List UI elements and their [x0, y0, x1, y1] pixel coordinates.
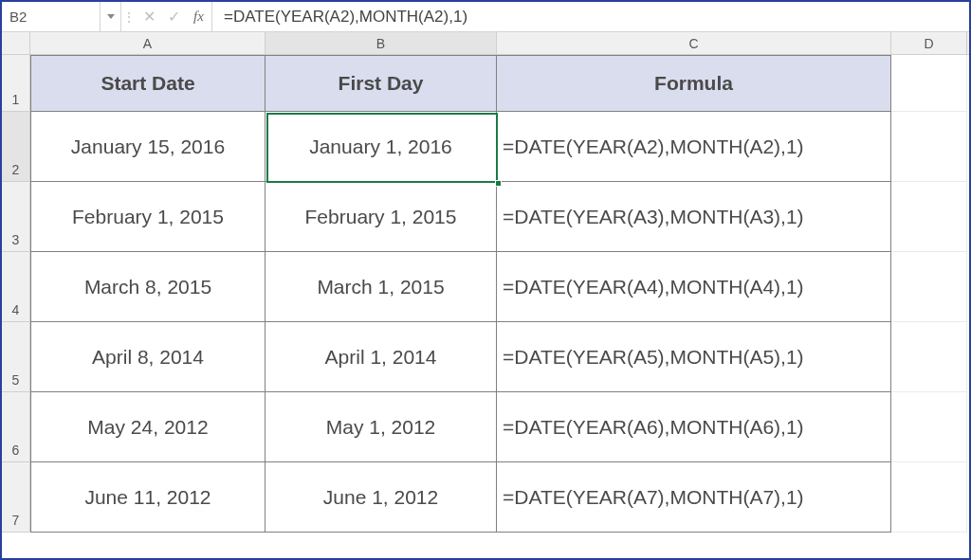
formula-input[interactable]: =DATE(YEAR(A2),MONTH(A2),1)	[212, 8, 969, 27]
row-header-3[interactable]: 3	[2, 182, 30, 252]
header-formula[interactable]: Formula	[497, 55, 891, 112]
formula-bar: B2 ⋮ ✕ ✓ fx =DATE(YEAR(A2),MONTH(A2),1)	[2, 2, 969, 32]
row-header-5[interactable]: 5	[2, 322, 30, 392]
column-header-C[interactable]: C	[497, 32, 891, 54]
cell-C3[interactable]: =DATE(YEAR(A3),MONTH(A3),1)	[497, 182, 891, 252]
column-header-D[interactable]: D	[891, 32, 967, 54]
cell-C7[interactable]: =DATE(YEAR(A7),MONTH(A7),1)	[497, 462, 891, 533]
cell-D3[interactable]	[891, 182, 967, 252]
cell-B3[interactable]: February 1, 2015	[266, 182, 497, 252]
formula-bar-separator: ⋮	[121, 2, 137, 31]
cell-C4[interactable]: =DATE(YEAR(A4),MONTH(A4),1)	[497, 252, 891, 322]
row-header-2[interactable]: 2	[2, 112, 30, 182]
select-all-corner[interactable]	[2, 32, 30, 54]
cell-B5[interactable]: April 1, 2014	[266, 322, 497, 392]
fx-icon[interactable]: fx	[186, 2, 212, 31]
cell-D2[interactable]	[891, 112, 967, 182]
header-first-day[interactable]: First Day	[266, 55, 497, 112]
cell-D5[interactable]	[891, 322, 967, 392]
svg-marker-0	[107, 14, 115, 19]
cell-B7[interactable]: June 1, 2012	[266, 462, 497, 533]
cell-A7[interactable]: June 11, 2012	[30, 462, 266, 533]
cell-D1[interactable]	[891, 55, 967, 112]
row-header-1[interactable]: 1	[2, 55, 30, 112]
cell-D6[interactable]	[891, 392, 967, 462]
enter-icon[interactable]: ✓	[161, 2, 186, 31]
cancel-icon[interactable]: ✕	[137, 2, 161, 31]
name-box[interactable]: B2	[2, 2, 101, 31]
cell-B2[interactable]: January 1, 2016	[266, 112, 497, 182]
column-header-A[interactable]: A	[30, 32, 266, 54]
cell-D4[interactable]	[891, 252, 967, 322]
excel-window: B2 ⋮ ✕ ✓ fx =DATE(YEAR(A2),MONTH(A2),1) …	[0, 0, 971, 560]
column-header-B[interactable]: B	[266, 32, 497, 54]
name-box-dropdown[interactable]	[101, 2, 121, 31]
cell-A5[interactable]: April 8, 2014	[30, 322, 266, 392]
cell-D7[interactable]	[891, 462, 967, 533]
cell-B4[interactable]: March 1, 2015	[266, 252, 497, 322]
cell-C2[interactable]: =DATE(YEAR(A2),MONTH(A2),1)	[497, 112, 891, 182]
cell-A2[interactable]: January 15, 2016	[30, 112, 266, 182]
cell-B6[interactable]: May 1, 2012	[266, 392, 497, 462]
column-headers: A B C D	[2, 32, 969, 55]
cell-A3[interactable]: February 1, 2015	[30, 182, 266, 252]
header-start-date[interactable]: Start Date	[30, 55, 266, 112]
cell-A4[interactable]: March 8, 2015	[30, 252, 266, 322]
row-header-7[interactable]: 7	[2, 462, 30, 533]
cell-A6[interactable]: May 24, 2012	[30, 392, 266, 462]
row-header-6[interactable]: 6	[2, 392, 30, 462]
row-header-4[interactable]: 4	[2, 252, 30, 322]
cell-C5[interactable]: =DATE(YEAR(A5),MONTH(A5),1)	[497, 322, 891, 392]
cell-C6[interactable]: =DATE(YEAR(A6),MONTH(A6),1)	[497, 392, 891, 462]
